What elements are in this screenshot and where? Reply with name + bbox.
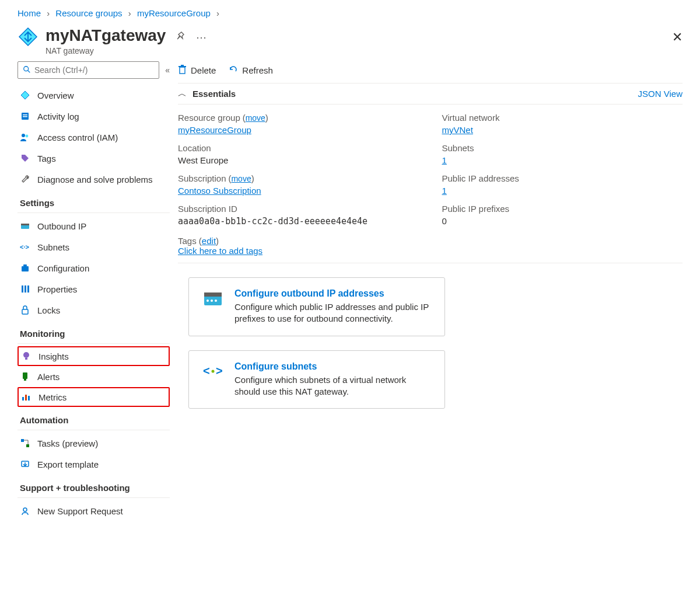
sidebar-item-label: Properties [37, 284, 77, 294]
svg-rect-13 [22, 266, 29, 271]
svg-rect-31 [178, 66, 186, 67]
svg-rect-21 [23, 372, 27, 379]
search-field[interactable] [34, 65, 154, 75]
card-outbound-ip[interactable]: Configure outbound IP addresses Configur… [188, 277, 445, 336]
svg-rect-25 [28, 396, 30, 401]
breadcrumb-item-rg[interactable]: Resource groups [55, 8, 122, 18]
search-input[interactable] [18, 61, 159, 79]
svg-point-19 [23, 352, 29, 358]
svg-text:<·>: <·> [20, 243, 29, 250]
sidebar-item-metrics[interactable]: Metrics [18, 387, 170, 407]
essentials-title: Essentials [192, 89, 236, 99]
sidebar-item-alerts[interactable]: Alerts [18, 366, 170, 387]
svg-point-8 [22, 134, 25, 137]
svg-point-37 [215, 300, 217, 302]
svg-rect-6 [23, 114, 27, 116]
sidebar-item-support-request[interactable]: New Support Request [18, 500, 170, 521]
sidebar: « Overview Activity log Access control (… [0, 61, 178, 533]
sidebar-item-label: Locks [37, 305, 60, 315]
field-value: 0 [442, 214, 683, 226]
refresh-button[interactable]: Refresh [229, 65, 273, 76]
field-label: Location [178, 143, 419, 153]
sidebar-item-subnets[interactable]: <·> Subnets [18, 236, 170, 257]
field-label: Subscription [178, 173, 226, 183]
field-subnets: Subnets 1 [442, 143, 683, 165]
search-icon [23, 65, 31, 75]
svg-text:>: > [216, 365, 223, 377]
svg-rect-24 [25, 395, 27, 401]
card-title[interactable]: Configure subnets [235, 361, 430, 372]
chevron-right-icon: › [47, 8, 50, 18]
move-link[interactable]: move [246, 113, 265, 123]
resource-group-link[interactable]: myResourceGroup [178, 125, 251, 135]
sidebar-item-locks[interactable]: Locks [18, 300, 170, 321]
sidebar-section-automation: Automation [18, 407, 170, 430]
sidebar-item-iam[interactable]: Access control (IAM) [18, 127, 170, 148]
delete-button[interactable]: Delete [178, 65, 216, 76]
sidebar-item-label: Subnets [37, 242, 69, 252]
breadcrumb-item-myrg[interactable]: myResourceGroup [137, 8, 211, 18]
sidebar-item-insights[interactable]: Insights [18, 346, 170, 366]
collapse-icon[interactable]: « [165, 65, 170, 75]
subnets-card-icon: <> [203, 361, 223, 381]
chevron-right-icon: › [216, 8, 219, 18]
chevron-up-icon[interactable]: ︿ [178, 88, 187, 99]
field-value: aaaa0a0a-bb1b-cc2c-dd3d-eeeeee4e4e4e [178, 214, 419, 227]
sidebar-item-tasks[interactable]: Tasks (preview) [18, 433, 170, 454]
subscription-link[interactable]: Contoso Subscription [178, 186, 261, 196]
more-icon[interactable]: ⋯ [196, 31, 206, 44]
delete-label: Delete [191, 65, 216, 75]
sidebar-item-label: Tags [37, 154, 56, 163]
sidebar-item-activity[interactable]: Activity log [18, 106, 170, 127]
field-label: Public IP addresses [442, 173, 683, 183]
move-link[interactable]: move [231, 174, 251, 183]
add-tags-link[interactable]: Click here to add tags [178, 246, 262, 256]
sidebar-item-overview[interactable]: Overview [18, 85, 170, 106]
sidebar-item-label: Tasks (preview) [37, 438, 98, 448]
page-subtitle: NAT gateway [46, 46, 166, 55]
svg-rect-18 [22, 309, 28, 314]
sidebar-item-label: New Support Request [37, 506, 123, 516]
tags-label: Tags [178, 236, 197, 246]
pin-icon[interactable] [176, 32, 186, 44]
pip-link[interactable]: 1 [442, 186, 447, 196]
people-icon [20, 132, 30, 142]
sidebar-item-diagnose[interactable]: Diagnose and solve problems [18, 169, 170, 190]
nat-gateway-icon [20, 90, 30, 100]
close-icon[interactable]: ✕ [672, 26, 682, 45]
card-title[interactable]: Configure outbound IP addresses [235, 288, 430, 299]
sidebar-item-label: Diagnose and solve problems [37, 175, 153, 184]
card-desc: Configure which subnets of a virtual net… [235, 372, 430, 398]
toolbar: Delete Refresh [178, 61, 682, 83]
edit-tags-link[interactable]: edit [202, 236, 216, 246]
subnets-link[interactable]: 1 [442, 155, 447, 165]
chevron-right-icon: › [128, 8, 131, 18]
card-subnets[interactable]: <> Configure subnets Configure which sub… [188, 350, 445, 409]
sidebar-section-support: Support + troubleshooting [18, 475, 170, 498]
svg-point-9 [26, 135, 29, 138]
json-view-button[interactable]: JSON View [638, 89, 682, 99]
vnet-link[interactable]: myVNet [442, 125, 473, 135]
svg-line-3 [28, 70, 30, 72]
field-value: West Europe [178, 153, 419, 165]
subnets-icon: <·> [20, 242, 30, 252]
sidebar-item-label: Overview [37, 90, 74, 100]
field-pip: Public IP addresses 1 [442, 173, 683, 196]
svg-rect-22 [24, 379, 26, 381]
insights-icon [21, 351, 32, 361]
briefcase-icon [20, 263, 30, 273]
sidebar-item-label: Activity log [37, 112, 79, 121]
sidebar-item-label: Export template [37, 459, 99, 469]
sidebar-section-settings: Settings [18, 190, 170, 213]
field-label: Public IP prefixes [442, 204, 683, 214]
field-label: Subnets [442, 143, 683, 153]
sidebar-item-outbound-ip[interactable]: Outbound IP [18, 215, 170, 236]
sidebar-item-properties[interactable]: Properties [18, 278, 170, 300]
sidebar-item-configuration[interactable]: Configuration [18, 257, 170, 278]
breadcrumb-item-home[interactable]: Home [18, 8, 41, 18]
sidebar-item-tags[interactable]: Tags [18, 148, 170, 169]
sidebar-item-export[interactable]: Export template [18, 454, 170, 475]
alerts-icon [20, 371, 30, 382]
svg-rect-32 [181, 65, 184, 66]
export-icon [20, 459, 30, 469]
